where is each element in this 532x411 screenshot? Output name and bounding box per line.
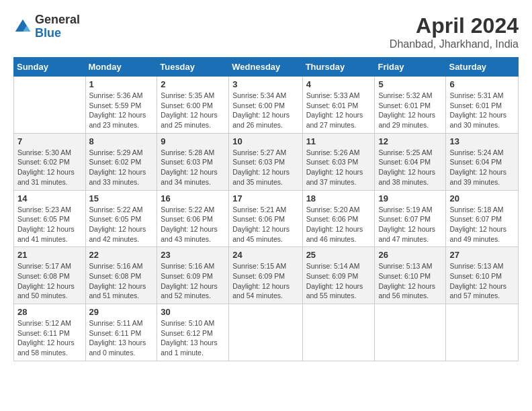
- day-info: Sunrise: 5:29 AM Sunset: 6:02 PM Dayligh…: [89, 148, 154, 187]
- day-number: 5: [378, 79, 442, 89]
- calendar-day: 6Sunrise: 5:31 AM Sunset: 6:01 PM Daylig…: [446, 77, 519, 134]
- logo: General Blue: [13, 13, 80, 40]
- calendar-day: 25Sunrise: 5:14 AM Sunset: 6:09 PM Dayli…: [302, 247, 375, 304]
- calendar-day: 8Sunrise: 5:29 AM Sunset: 6:02 PM Daylig…: [85, 133, 157, 190]
- calendar-day: 3Sunrise: 5:34 AM Sunset: 6:00 PM Daylig…: [229, 77, 302, 134]
- day-number: 26: [378, 250, 442, 260]
- calendar-week: 28Sunrise: 5:12 AM Sunset: 6:11 PM Dayli…: [14, 304, 519, 361]
- day-number: 29: [89, 307, 154, 317]
- day-info: Sunrise: 5:23 AM Sunset: 6:05 PM Dayligh…: [17, 205, 82, 244]
- day-number: 16: [161, 193, 225, 203]
- day-info: Sunrise: 5:36 AM Sunset: 5:59 PM Dayligh…: [89, 91, 154, 130]
- day-number: 10: [232, 136, 298, 146]
- day-number: 1: [89, 79, 154, 89]
- calendar-day: [375, 304, 446, 361]
- day-number: 4: [306, 79, 371, 89]
- day-info: Sunrise: 5:19 AM Sunset: 6:07 PM Dayligh…: [378, 205, 442, 244]
- day-number: 2: [161, 79, 225, 89]
- logo-blue: Blue: [35, 27, 80, 40]
- day-info: Sunrise: 5:26 AM Sunset: 6:03 PM Dayligh…: [306, 148, 371, 187]
- calendar-day: 12Sunrise: 5:25 AM Sunset: 6:04 PM Dayli…: [375, 133, 446, 190]
- day-header: Sunday: [14, 58, 86, 77]
- calendar-day: 2Sunrise: 5:35 AM Sunset: 6:00 PM Daylig…: [157, 77, 229, 134]
- day-info: Sunrise: 5:17 AM Sunset: 6:08 PM Dayligh…: [17, 261, 82, 301]
- calendar-week: 1Sunrise: 5:36 AM Sunset: 5:59 PM Daylig…: [14, 77, 519, 134]
- day-number: 23: [161, 250, 225, 260]
- day-info: Sunrise: 5:16 AM Sunset: 6:09 PM Dayligh…: [161, 261, 225, 301]
- calendar-day: 14Sunrise: 5:23 AM Sunset: 6:05 PM Dayli…: [14, 190, 86, 247]
- day-info: Sunrise: 5:33 AM Sunset: 6:01 PM Dayligh…: [306, 91, 371, 130]
- day-header: Tuesday: [157, 58, 229, 77]
- day-info: Sunrise: 5:10 AM Sunset: 6:12 PM Dayligh…: [161, 318, 225, 358]
- day-number: 9: [161, 136, 225, 146]
- day-info: Sunrise: 5:27 AM Sunset: 6:03 PM Dayligh…: [232, 148, 298, 187]
- day-number: 14: [17, 193, 82, 203]
- day-info: Sunrise: 5:12 AM Sunset: 6:11 PM Dayligh…: [17, 318, 82, 358]
- day-info: Sunrise: 5:34 AM Sunset: 6:00 PM Dayligh…: [232, 91, 298, 130]
- calendar-day: [229, 304, 302, 361]
- calendar-day: 13Sunrise: 5:24 AM Sunset: 6:04 PM Dayli…: [446, 133, 519, 190]
- day-number: 15: [89, 193, 154, 203]
- day-info: Sunrise: 5:35 AM Sunset: 6:00 PM Dayligh…: [161, 91, 225, 130]
- calendar-header: SundayMondayTuesdayWednesdayThursdayFrid…: [14, 58, 519, 77]
- calendar-day: 5Sunrise: 5:32 AM Sunset: 6:01 PM Daylig…: [375, 77, 446, 134]
- calendar-day: 16Sunrise: 5:22 AM Sunset: 6:06 PM Dayli…: [157, 190, 229, 247]
- day-info: Sunrise: 5:24 AM Sunset: 6:04 PM Dayligh…: [449, 148, 515, 187]
- day-number: 17: [232, 193, 298, 203]
- calendar-day: 29Sunrise: 5:11 AM Sunset: 6:11 PM Dayli…: [85, 304, 157, 361]
- day-number: 7: [17, 136, 82, 146]
- day-info: Sunrise: 5:21 AM Sunset: 6:06 PM Dayligh…: [232, 205, 298, 244]
- calendar-day: 1Sunrise: 5:36 AM Sunset: 5:59 PM Daylig…: [85, 77, 157, 134]
- logo-icon: [13, 17, 32, 36]
- day-number: 28: [17, 307, 82, 317]
- day-number: 25: [306, 250, 371, 260]
- day-number: 3: [232, 79, 298, 89]
- calendar-day: 18Sunrise: 5:20 AM Sunset: 6:06 PM Dayli…: [302, 190, 375, 247]
- calendar-week: 7Sunrise: 5:30 AM Sunset: 6:02 PM Daylig…: [14, 133, 519, 190]
- day-info: Sunrise: 5:22 AM Sunset: 6:05 PM Dayligh…: [89, 205, 154, 244]
- calendar-day: [446, 304, 519, 361]
- calendar-day: 10Sunrise: 5:27 AM Sunset: 6:03 PM Dayli…: [229, 133, 302, 190]
- calendar-day: 24Sunrise: 5:15 AM Sunset: 6:09 PM Dayli…: [229, 247, 302, 304]
- day-info: Sunrise: 5:28 AM Sunset: 6:03 PM Dayligh…: [161, 148, 225, 187]
- calendar-week: 14Sunrise: 5:23 AM Sunset: 6:05 PM Dayli…: [14, 190, 519, 247]
- calendar-week: 21Sunrise: 5:17 AM Sunset: 6:08 PM Dayli…: [14, 247, 519, 304]
- day-info: Sunrise: 5:11 AM Sunset: 6:11 PM Dayligh…: [89, 318, 154, 358]
- day-number: 24: [232, 250, 298, 260]
- day-number: 20: [449, 193, 515, 203]
- day-number: 19: [378, 193, 442, 203]
- day-info: Sunrise: 5:25 AM Sunset: 6:04 PM Dayligh…: [378, 148, 442, 187]
- calendar-day: 7Sunrise: 5:30 AM Sunset: 6:02 PM Daylig…: [14, 133, 86, 190]
- day-number: 18: [306, 193, 371, 203]
- calendar-day: [14, 77, 86, 134]
- calendar-day: 23Sunrise: 5:16 AM Sunset: 6:09 PM Dayli…: [157, 247, 229, 304]
- day-info: Sunrise: 5:22 AM Sunset: 6:06 PM Dayligh…: [161, 205, 225, 244]
- day-header: Saturday: [446, 58, 519, 77]
- calendar-day: 30Sunrise: 5:10 AM Sunset: 6:12 PM Dayli…: [157, 304, 229, 361]
- day-header: Monday: [85, 58, 157, 77]
- day-info: Sunrise: 5:31 AM Sunset: 6:01 PM Dayligh…: [449, 91, 515, 130]
- day-info: Sunrise: 5:32 AM Sunset: 6:01 PM Dayligh…: [378, 91, 442, 130]
- day-number: 12: [378, 136, 442, 146]
- day-number: 13: [449, 136, 515, 146]
- day-header: Thursday: [302, 58, 375, 77]
- title-block: April 2024 Dhanbad, Jharkhand, India: [390, 13, 519, 50]
- calendar-day: 22Sunrise: 5:16 AM Sunset: 6:08 PM Dayli…: [85, 247, 157, 304]
- day-info: Sunrise: 5:13 AM Sunset: 6:10 PM Dayligh…: [378, 261, 442, 301]
- day-info: Sunrise: 5:16 AM Sunset: 6:08 PM Dayligh…: [89, 261, 154, 301]
- day-header: Friday: [375, 58, 446, 77]
- day-number: 8: [89, 136, 154, 146]
- day-number: 27: [449, 250, 515, 260]
- day-info: Sunrise: 5:14 AM Sunset: 6:09 PM Dayligh…: [306, 261, 371, 301]
- day-number: 21: [17, 250, 82, 260]
- calendar-day: 9Sunrise: 5:28 AM Sunset: 6:03 PM Daylig…: [157, 133, 229, 190]
- calendar-table: SundayMondayTuesdayWednesdayThursdayFrid…: [13, 57, 519, 361]
- day-info: Sunrise: 5:13 AM Sunset: 6:10 PM Dayligh…: [449, 261, 515, 301]
- calendar-day: 11Sunrise: 5:26 AM Sunset: 6:03 PM Dayli…: [302, 133, 375, 190]
- day-info: Sunrise: 5:20 AM Sunset: 6:06 PM Dayligh…: [306, 205, 371, 244]
- calendar-day: 15Sunrise: 5:22 AM Sunset: 6:05 PM Dayli…: [85, 190, 157, 247]
- day-number: 11: [306, 136, 371, 146]
- calendar-day: 21Sunrise: 5:17 AM Sunset: 6:08 PM Dayli…: [14, 247, 86, 304]
- calendar-day: 19Sunrise: 5:19 AM Sunset: 6:07 PM Dayli…: [375, 190, 446, 247]
- calendar-day: 28Sunrise: 5:12 AM Sunset: 6:11 PM Dayli…: [14, 304, 86, 361]
